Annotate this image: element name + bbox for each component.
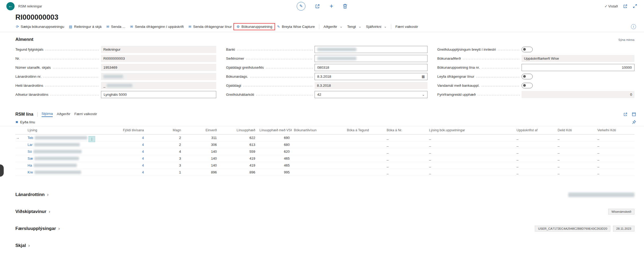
- popout-button[interactable]: [623, 4, 628, 8]
- line-description-cell[interactable]: Sæ: [25, 156, 93, 160]
- col-setup-desc[interactable]: Lýsing bók.uppsetningar: [427, 128, 514, 132]
- line-project-code[interactable]: _: [595, 150, 634, 154]
- posting-date-input[interactable]: 8.3.2018▦: [315, 73, 427, 80]
- table-row[interactable]: Lar 4 2 306 613 680 _ _ _ _ _: [15, 141, 634, 148]
- line-qty[interactable]: 4: [146, 150, 183, 154]
- line-description-cell[interactable]: Só: [25, 150, 93, 154]
- col-post-type[interactable]: Bóka á Tegund: [345, 128, 385, 132]
- line-dept-code[interactable]: _: [555, 150, 595, 154]
- show-less-link[interactable]: Sýna minna: [618, 38, 634, 41]
- share-button[interactable]: [315, 4, 320, 9]
- line-amount[interactable]: 622: [219, 136, 257, 140]
- line-amount-vat[interactable]: 465: [257, 163, 292, 167]
- tab-actions[interactable]: Aðgerðir: [57, 112, 70, 117]
- line-approved-by[interactable]: _: [514, 170, 555, 174]
- line-unit-price[interactable]: 311: [183, 136, 219, 140]
- line-approved-by[interactable]: _: [514, 136, 555, 140]
- line-project-code[interactable]: _: [595, 143, 634, 147]
- line-amount[interactable]: 613: [219, 143, 257, 147]
- col-refs[interactable]: Fjöldi tilvísana: [93, 128, 146, 132]
- line-unit-price[interactable]: 140: [183, 163, 219, 167]
- line-unit-price[interactable]: 896: [183, 170, 219, 174]
- line-dept-code[interactable]: _: [555, 170, 595, 174]
- line-setup-desc[interactable]: _: [427, 163, 514, 167]
- line-description-cell[interactable]: Ha: [25, 163, 93, 167]
- send-unfinished-approval-button[interactable]: ✉ Senda ófrágenginn í uppáskrift: [128, 24, 186, 29]
- automation-menu[interactable]: Sjálfvirkni ⌄: [364, 24, 389, 29]
- calendar-icon[interactable]: ▦: [422, 75, 425, 79]
- line-description-cell[interactable]: Kre: [25, 170, 93, 174]
- line-amount-vat[interactable]: 465: [257, 156, 292, 160]
- line-dept-code[interactable]: _: [555, 143, 595, 147]
- line-qty[interactable]: 2: [146, 143, 183, 147]
- invoice-on-screen-button[interactable]: ▤ Reikningur á skjá: [67, 24, 104, 29]
- line-unit-price[interactable]: 140: [183, 156, 219, 160]
- line-amount[interactable]: 419: [219, 156, 257, 160]
- col-dept-code[interactable]: Deild Kóti: [555, 128, 595, 132]
- line-approved-by[interactable]: _: [514, 163, 555, 167]
- info-icon[interactable]: i: [631, 24, 636, 29]
- cell-context-menu-icon[interactable]: ⋮: [89, 136, 95, 142]
- line-amount[interactable]: 896: [219, 170, 257, 174]
- col-unit-price[interactable]: Einverð: [183, 128, 219, 132]
- fewer-options-button[interactable]: Færri valkostir: [393, 24, 420, 29]
- lines-title[interactable]: RSM lína: [15, 112, 33, 117]
- section-vendor[interactable]: Lánardrottinn ›: [0, 190, 644, 200]
- chevron-down-icon[interactable]: ⌄: [422, 93, 425, 97]
- line-qty[interactable]: 3: [146, 163, 183, 167]
- send-button[interactable]: ✉ Senda ...: [104, 24, 127, 29]
- pin-button[interactable]: [632, 120, 636, 124]
- table-row[interactable]: → Teb⋮ 4 2 311 622 690 _ _ _ _ _: [15, 134, 634, 141]
- line-amount[interactable]: 559: [219, 150, 257, 154]
- line-approved-by[interactable]: _: [514, 156, 555, 160]
- allow-unfinished-lines-toggle[interactable]: [522, 74, 533, 79]
- slip-number-input[interactable]: [315, 55, 427, 62]
- col-posting-ref[interactable]: Bókunartilvísun: [292, 128, 345, 132]
- open-lines-button[interactable]: [632, 112, 636, 116]
- line-dept-code[interactable]: _: [555, 163, 595, 167]
- line-refs[interactable]: 4: [93, 156, 146, 160]
- col-project-code[interactable]: Verkefni Kóti: [595, 128, 634, 132]
- fetch-posting-setup-button[interactable]: ⟳ Sækja bókunaruppsetningu: [14, 24, 66, 29]
- line-post-nr[interactable]: _: [385, 163, 427, 167]
- delete-line-button[interactable]: ✖ Eyða línu: [15, 120, 35, 124]
- line-qty[interactable]: 2: [146, 136, 183, 140]
- col-approved-by[interactable]: Uppáskrifist af: [514, 128, 555, 132]
- share-lines-button[interactable]: [623, 112, 628, 116]
- line-amount-vat[interactable]: 995: [257, 170, 292, 174]
- line-qty[interactable]: 3: [146, 156, 183, 160]
- line-description[interactable]: Lar: [28, 143, 33, 147]
- vendor-address-input[interactable]: Lyngháls 5000: [101, 91, 216, 98]
- table-row[interactable]: Sæ 4 3 140 419 465 _ _ _ _ _: [15, 155, 634, 162]
- line-approved-by[interactable]: _: [514, 143, 555, 147]
- table-row[interactable]: Kre 4 1 896 896 995 _ _ _ _ _: [15, 169, 634, 176]
- line-post-nr[interactable]: _: [385, 150, 427, 154]
- line-description[interactable]: Teb: [28, 136, 33, 140]
- line-setup-desc[interactable]: _: [427, 170, 514, 174]
- col-line-amount-vat[interactable]: Línuupphæð með VSK: [257, 128, 292, 132]
- line-setup-desc[interactable]: _: [427, 143, 514, 147]
- line-amount-vat[interactable]: 620: [257, 150, 292, 154]
- actions-menu[interactable]: Aðgerðir ⌄: [321, 24, 345, 29]
- payment-info-changed-toggle[interactable]: [522, 47, 533, 52]
- line-post-nr[interactable]: _: [385, 136, 427, 140]
- tab-manage[interactable]: Stjórna: [42, 112, 53, 117]
- line-description[interactable]: Sæ: [28, 156, 33, 160]
- table-row[interactable]: Só 4 4 140 559 620 _ _ _ _ _: [15, 148, 634, 155]
- line-description[interactable]: Kre: [28, 170, 33, 174]
- slip-due-date-input[interactable]: 080318: [315, 64, 427, 71]
- line-refs[interactable]: 4: [93, 163, 146, 167]
- line-refs[interactable]: 4: [93, 143, 146, 147]
- line-project-code[interactable]: _: [595, 156, 634, 160]
- line-post-nr[interactable]: _: [385, 156, 427, 160]
- line-post-nr[interactable]: _: [385, 170, 427, 174]
- table-row[interactable]: Ha 4 3 140 419 465 _ _ _ _ _: [15, 162, 634, 169]
- line-qty[interactable]: 1: [146, 170, 183, 174]
- posting-setup-button[interactable]: ⚙ Bókunaruppsetning: [234, 24, 274, 29]
- section-title[interactable]: Almennt: [15, 37, 33, 42]
- bank-input[interactable]: [315, 46, 427, 53]
- line-project-code[interactable]: _: [595, 170, 634, 174]
- line-project-code[interactable]: _: [595, 163, 634, 167]
- related-menu[interactable]: Tengt ⌄: [345, 24, 363, 29]
- line-description-cell[interactable]: Lar: [25, 143, 93, 147]
